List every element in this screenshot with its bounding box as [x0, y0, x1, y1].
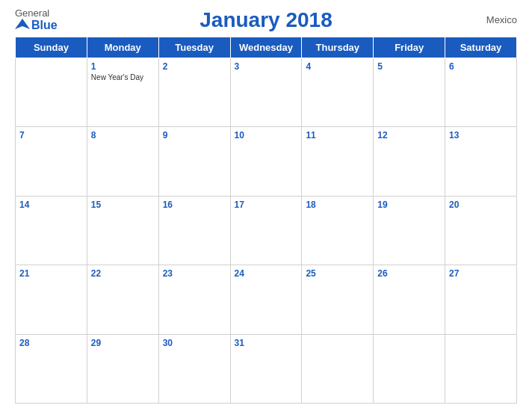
calendar-cell: 4: [302, 58, 374, 127]
header-sunday: Sunday: [16, 37, 87, 58]
calendar-cell: 13: [445, 127, 517, 196]
day-number: 2: [163, 61, 226, 72]
day-number: 15: [91, 200, 155, 210]
logo-blue: Blue: [15, 19, 58, 32]
country-label: Mexico: [450, 14, 517, 25]
calendar-cell: 23: [158, 265, 230, 334]
header-friday: Friday: [374, 37, 445, 58]
calendar-header: General Blue January 2018 Mexico: [15, 7, 517, 32]
day-number: 8: [91, 130, 155, 140]
calendar-cell: 12: [374, 127, 445, 196]
calendar-title: January 2018: [82, 8, 450, 32]
calendar-week-row: 14151617181920: [16, 196, 517, 265]
calendar-table: Sunday Monday Tuesday Wednesday Thursday…: [15, 37, 517, 404]
weekday-header-row: Sunday Monday Tuesday Wednesday Thursday…: [16, 37, 517, 58]
calendar-cell: 17: [230, 196, 302, 265]
calendar-cell: 25: [302, 265, 374, 334]
calendar-cell: 29: [87, 334, 158, 403]
calendar-cell: 20: [445, 196, 517, 265]
calendar-cell: 8: [87, 127, 158, 196]
calendar-cell: 31: [230, 334, 302, 403]
calendar-cell: 21: [16, 265, 87, 334]
day-number: 26: [377, 268, 441, 279]
day-number: 21: [19, 268, 83, 279]
calendar-week-row: 1New Year's Day23456: [16, 58, 517, 127]
calendar-cell: 10: [230, 127, 302, 196]
header-monday: Monday: [87, 37, 158, 58]
calendar-week-row: 21222324252627: [16, 265, 517, 334]
calendar-cell: 16: [158, 196, 230, 265]
calendar-cell: 19: [374, 196, 445, 265]
header-saturday: Saturday: [445, 37, 517, 58]
day-number: 14: [19, 200, 83, 210]
calendar-cell: 28: [16, 334, 87, 403]
day-number: 28: [19, 338, 83, 348]
day-number: 6: [449, 61, 513, 72]
day-number: 31: [235, 338, 298, 348]
day-number: 13: [449, 130, 513, 140]
day-number: 23: [163, 268, 226, 279]
day-number: 5: [377, 61, 441, 72]
header-tuesday: Tuesday: [158, 37, 230, 58]
calendar-cell: [16, 58, 87, 127]
day-number: 27: [449, 268, 513, 279]
calendar-body: 1New Year's Day2345678910111213141516171…: [16, 58, 517, 404]
calendar-cell: 15: [87, 196, 158, 265]
holiday-label: New Year's Day: [91, 73, 155, 82]
day-number: 4: [306, 61, 369, 72]
calendar-cell: 14: [16, 196, 87, 265]
calendar-cell: 1New Year's Day: [87, 58, 158, 127]
svg-marker-0: [15, 19, 30, 29]
header-thursday: Thursday: [302, 37, 374, 58]
day-number: 19: [377, 200, 441, 210]
day-number: 25: [306, 268, 369, 279]
day-number: 11: [306, 130, 369, 140]
logo: General Blue: [15, 7, 82, 32]
day-number: 17: [235, 200, 298, 210]
calendar-cell: 30: [158, 334, 230, 403]
calendar-week-row: 28293031: [16, 334, 517, 403]
calendar-cell: 5: [374, 58, 445, 127]
calendar-cell: [302, 334, 374, 403]
calendar-week-row: 78910111213: [16, 127, 517, 196]
logo-bird-icon: [15, 19, 30, 32]
calendar-cell: 27: [445, 265, 517, 334]
day-number: 24: [235, 268, 298, 279]
day-number: 29: [91, 338, 155, 348]
calendar-cell: 6: [445, 58, 517, 127]
day-number: 22: [91, 268, 155, 279]
calendar-cell: [445, 334, 517, 403]
calendar-cell: 18: [302, 196, 374, 265]
calendar-cell: 9: [158, 127, 230, 196]
day-number: 3: [235, 61, 298, 72]
header-wednesday: Wednesday: [230, 37, 302, 58]
calendar-cell: 26: [374, 265, 445, 334]
calendar-cell: 2: [158, 58, 230, 127]
day-number: 16: [163, 200, 226, 210]
day-number: 10: [235, 130, 298, 140]
day-number: 18: [306, 200, 369, 210]
calendar-cell: 3: [230, 58, 302, 127]
calendar-cell: 24: [230, 265, 302, 334]
day-number: 30: [163, 338, 226, 348]
calendar-cell: 7: [16, 127, 87, 196]
day-number: 9: [163, 130, 226, 140]
calendar-cell: 22: [87, 265, 158, 334]
day-number: 1: [91, 61, 155, 72]
day-number: 20: [449, 200, 513, 210]
calendar-cell: [374, 334, 445, 403]
day-number: 12: [377, 130, 441, 140]
calendar-cell: 11: [302, 127, 374, 196]
logo-general: General: [15, 7, 49, 19]
day-number: 7: [19, 130, 83, 140]
